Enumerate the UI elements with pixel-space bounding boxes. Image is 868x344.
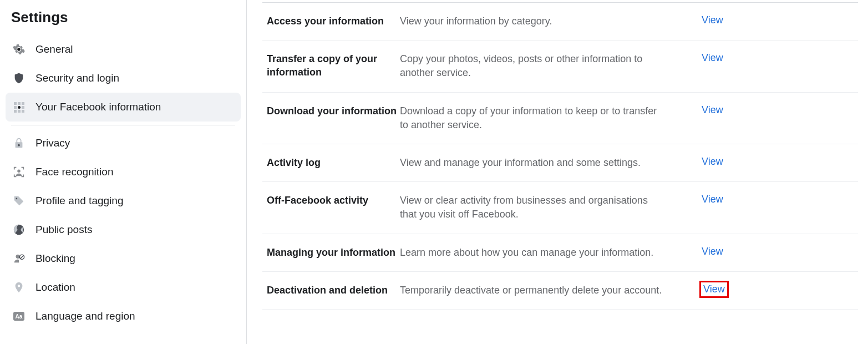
sidebar-item-location[interactable]: Location: [6, 273, 241, 302]
shield-icon: [11, 70, 27, 86]
row-transfer-copy: Transfer a copy of your information Copy…: [262, 41, 858, 92]
row-desc: Copy your photos, videos, posts or other…: [400, 52, 699, 80]
view-link-managing-information[interactable]: View: [699, 246, 725, 257]
row-title: Activity log: [267, 156, 400, 169]
svg-rect-3: [22, 102, 24, 105]
grid-dot-icon: [11, 99, 27, 115]
svg-rect-7: [18, 110, 21, 113]
svg-rect-5: [22, 106, 24, 109]
settings-title: Settings: [11, 9, 241, 26]
sidebar-item-profile-tagging[interactable]: Profile and tagging: [6, 186, 241, 215]
row-desc: Download a copy of your information to k…: [400, 104, 699, 132]
blocking-icon: [11, 251, 27, 266]
lock-icon: [11, 135, 27, 151]
row-title: Access your information: [267, 14, 400, 28]
row-desc: View or clear activity from businesses a…: [400, 194, 699, 221]
row-desc: Learn more about how you can manage your…: [400, 246, 699, 260]
sidebar-item-security[interactable]: Security and login: [6, 64, 241, 93]
sidebar-item-label: Blocking: [35, 252, 75, 265]
view-link-download-information[interactable]: View: [699, 104, 725, 116]
row-title: Off-Facebook activity: [267, 194, 400, 207]
svg-point-9: [18, 106, 21, 109]
svg-text:Aa: Aa: [16, 313, 23, 320]
sidebar-item-label: General: [35, 43, 73, 55]
row-activity-log: Activity log View and manage your inform…: [262, 144, 858, 182]
row-desc: View your information by category.: [400, 14, 699, 28]
sidebar-item-label: Profile and tagging: [35, 195, 123, 207]
svg-point-17: [18, 285, 21, 287]
row-download-information: Download your information Download a cop…: [262, 93, 858, 144]
face-recognition-icon: [11, 164, 27, 180]
main-content: Access your information View your inform…: [247, 0, 868, 344]
view-link-activity-log[interactable]: View: [699, 156, 725, 168]
location-pin-icon: [11, 280, 27, 295]
sidebar-item-general[interactable]: General: [6, 35, 241, 64]
svg-rect-6: [14, 110, 17, 113]
sidebar-item-label: Face recognition: [35, 166, 113, 178]
svg-rect-4: [14, 106, 17, 109]
row-desc: Temporarily deactivate or permanently de…: [400, 284, 699, 297]
svg-line-16: [21, 256, 24, 259]
sidebar-item-privacy[interactable]: Privacy: [6, 129, 241, 158]
tag-icon: [11, 193, 27, 209]
svg-rect-2: [18, 102, 21, 105]
svg-point-0: [17, 48, 21, 51]
globe-icon: [11, 222, 27, 237]
row-title: Download your information: [267, 104, 400, 118]
row-desc: View and manage your information and som…: [400, 156, 699, 170]
gear-icon: [11, 42, 27, 57]
sidebar-item-public-posts[interactable]: Public posts: [6, 215, 241, 244]
sidebar-item-face-recognition[interactable]: Face recognition: [6, 158, 241, 186]
sidebar-item-label: Language and region: [35, 310, 135, 322]
row-deactivation-deletion: Deactivation and deletion Temporarily de…: [262, 272, 858, 310]
sidebar-item-your-facebook-information[interactable]: Your Facebook information: [6, 93, 241, 122]
sidebar-item-label: Your Facebook information: [35, 101, 161, 113]
svg-rect-8: [22, 110, 24, 113]
view-link-transfer-copy[interactable]: View: [699, 52, 725, 64]
row-title: Managing your information: [267, 246, 400, 259]
sidebar-item-label: Public posts: [35, 224, 92, 236]
row-access-information: Access your information View your inform…: [262, 3, 858, 41]
settings-sidebar: Settings General Security and login: [0, 0, 247, 344]
svg-rect-1: [14, 102, 17, 105]
sidebar-item-language-region[interactable]: Aa Language and region: [6, 302, 241, 331]
sidebar-item-label: Privacy: [35, 137, 70, 149]
view-link-access-information[interactable]: View: [699, 14, 725, 26]
svg-point-10: [18, 144, 20, 146]
sidebar-item-label: Security and login: [35, 72, 119, 84]
row-managing-information: Managing your information Learn more abo…: [262, 234, 858, 272]
sidebar-item-blocking[interactable]: Blocking: [6, 244, 241, 273]
view-link-off-facebook-activity[interactable]: View: [699, 194, 725, 205]
row-title: Transfer a copy of your information: [267, 52, 400, 79]
sidebar-divider: [11, 125, 235, 125]
svg-point-11: [17, 169, 21, 173]
view-link-deactivation-deletion[interactable]: View: [699, 281, 729, 298]
svg-point-12: [16, 198, 18, 200]
sidebar-item-label: Location: [35, 281, 75, 294]
row-title: Deactivation and deletion: [267, 284, 400, 297]
language-icon: Aa: [11, 308, 27, 324]
row-off-facebook-activity: Off-Facebook activity View or clear acti…: [262, 182, 858, 234]
